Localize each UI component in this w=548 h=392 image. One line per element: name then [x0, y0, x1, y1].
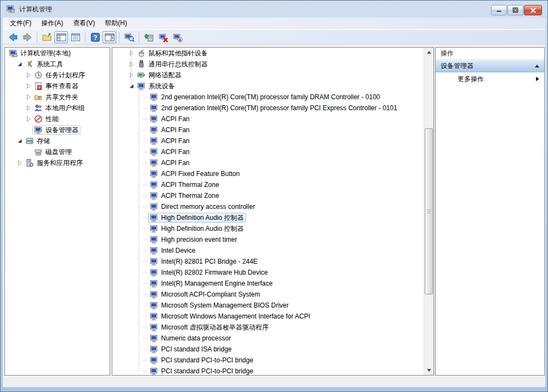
expand-expander-icon[interactable]: [25, 71, 32, 79]
expand-expander-icon[interactable]: [25, 104, 32, 112]
device-tree-item[interactable]: PCI standard ISA bridge: [112, 344, 424, 355]
uninstall-device-button[interactable]: [156, 31, 170, 43]
tree-item-label: Numeric data processor: [161, 334, 231, 342]
menu-item-4[interactable]: 帮助(H): [100, 17, 132, 30]
menu-item-2[interactable]: 操作(A): [36, 17, 68, 30]
collapse-expander-icon[interactable]: [16, 137, 24, 145]
console-tree-item[interactable]: 事件查看器: [5, 81, 110, 92]
item-content: Microsoft Windows Management Interface f…: [148, 311, 312, 321]
menu-item-1[interactable]: 文件(F): [5, 17, 36, 30]
device-tree-item[interactable]: 网络适配器: [112, 70, 424, 81]
console-tree-item[interactable]: 共享文件夹: [5, 92, 110, 103]
scan-hardware-button[interactable]: [122, 31, 136, 43]
close-button[interactable]: [524, 5, 542, 15]
item-content: 系统工具: [24, 59, 65, 69]
expand-expander-icon[interactable]: [25, 93, 32, 101]
device-tree-item[interactable]: ACPI Fan: [112, 124, 424, 135]
item-content: 网络适配器: [135, 70, 184, 80]
folder-up-button[interactable]: [40, 31, 54, 43]
shared-folders-icon: [34, 93, 43, 101]
update-driver-button[interactable]: [142, 31, 156, 43]
help-button[interactable]: ?: [88, 31, 102, 43]
action-pane-button[interactable]: [102, 31, 116, 43]
console-tree-item[interactable]: 系统工具: [5, 59, 110, 70]
device-tree-item[interactable]: Direct memory access controller: [112, 201, 424, 212]
device-tree-item[interactable]: PCI standard PCI-to-PCI bridge: [112, 366, 424, 376]
device-tree-item[interactable]: PCI standard PCI-to-PCI bridge: [112, 355, 424, 366]
tree-connector: [143, 218, 147, 218]
tree-item-label: 事件查看器: [45, 82, 78, 91]
expand-expander-icon[interactable]: [25, 82, 32, 90]
tree-item-label: ACPI Thermal Zone: [161, 192, 219, 200]
scrollbar-thumb[interactable]: [425, 128, 433, 294]
device-tree-item[interactable]: ACPI Fixed Feature Button: [112, 168, 424, 179]
device-tree-item[interactable]: 系统设备: [112, 81, 424, 92]
console-tree-item[interactable]: 设备管理器: [5, 124, 110, 135]
device-tree-item[interactable]: 鼠标和其他指针设备: [112, 48, 424, 59]
expand-expander-icon[interactable]: [25, 115, 32, 123]
console-tree-item[interactable]: 磁盘管理: [5, 146, 110, 157]
expand-expander-icon[interactable]: [128, 60, 135, 68]
device-tree-panel: 鼠标和其他指针设备通用串行总线控制器网络适配器系统设备2nd generatio…: [112, 47, 434, 376]
toolbar-separator: [139, 32, 139, 43]
item-content: ACPI Thermal Zone: [148, 191, 221, 201]
minimize-button[interactable]: [491, 5, 507, 15]
console-tree-item[interactable]: 服务和应用程序: [5, 157, 110, 168]
console-tree-item[interactable]: 任务计划程序: [5, 70, 110, 81]
device-tree-item[interactable]: ACPI Fan: [112, 146, 424, 157]
device-tree-item[interactable]: Intel(R) Management Engine Interface: [112, 278, 424, 289]
more-actions-label: 更多操作: [458, 75, 484, 84]
export-list-button[interactable]: [68, 31, 82, 43]
tree-connector: [143, 305, 147, 306]
collapse-expander-icon[interactable]: [128, 82, 135, 90]
system-device-icon: [150, 137, 158, 145]
device-tree-item[interactable]: High precision event timer: [112, 234, 424, 245]
system-device-icon: [150, 115, 158, 123]
device-tree-item[interactable]: ACPI Fan: [112, 113, 424, 124]
device-tree-item[interactable]: Numeric data processor: [112, 333, 424, 344]
collapse-expander-icon[interactable]: [16, 60, 24, 68]
device-tree-item[interactable]: 2nd generation Intel(R) Core(TM) process…: [112, 103, 424, 113]
device-tree-item[interactable]: Intel Device: [112, 245, 424, 256]
scroll-up-button[interactable]: [424, 48, 433, 57]
item-content: 事件查看器: [32, 81, 81, 91]
console-tree-item[interactable]: 性能: [5, 113, 110, 124]
expand-expander-icon[interactable]: [128, 71, 135, 79]
device-tree-item[interactable]: Intel(R) 82801 PCI Bridge - 244E: [112, 256, 424, 267]
device-tree-item[interactable]: High Definition Audio 控制器: [112, 212, 424, 223]
console-tree-item[interactable]: 存储: [5, 135, 110, 146]
menu-item-3[interactable]: 查看(V): [68, 17, 100, 30]
device-tree-item[interactable]: 2nd generation Intel(R) Core(TM) process…: [112, 92, 424, 103]
disable-device-icon: [172, 32, 183, 43]
console-tree-item[interactable]: 计算机管理(本地): [5, 48, 110, 59]
expand-expander-icon[interactable]: [16, 159, 24, 167]
console-tree-button[interactable]: [54, 31, 68, 43]
console-tree-item[interactable]: 本地用户和组: [5, 103, 110, 113]
vertical-scrollbar[interactable]: [424, 48, 433, 375]
device-tree-item[interactable]: Microsoft Windows Management Interface f…: [112, 311, 424, 322]
device-tree-item[interactable]: Microsoft ACPI-Compliant System: [112, 289, 424, 300]
tree-connector: [143, 108, 147, 109]
actions-section-header[interactable]: 设备管理器: [436, 60, 544, 72]
device-tree-item[interactable]: Microsoft System Management BIOS Driver: [112, 300, 424, 311]
device-tree-item[interactable]: ACPI Thermal Zone: [112, 179, 424, 190]
scroll-down-button[interactable]: [424, 366, 433, 375]
forward-button[interactable]: [20, 31, 34, 43]
device-tree-item[interactable]: 通用串行总线控制器: [112, 59, 424, 70]
device-tree-item[interactable]: ACPI Thermal Zone: [112, 190, 424, 201]
maximize-button[interactable]: [507, 5, 523, 15]
device-tree-item[interactable]: High Definition Audio 控制器: [112, 223, 424, 234]
tree-item-label: ACPI Fan: [161, 126, 190, 134]
disable-device-button[interactable]: [170, 31, 184, 43]
more-actions-item[interactable]: 更多操作: [436, 72, 544, 86]
chevron-up-icon[interactable]: [535, 65, 539, 67]
device-tree-item[interactable]: Microsoft 虚拟驱动器枚举器驱动程序: [112, 322, 424, 333]
device-tree-item[interactable]: ACPI Fan: [112, 135, 424, 146]
menu-bar: 文件(F)操作(A)查看(V)帮助(H): [3, 18, 545, 30]
back-button[interactable]: [6, 31, 20, 43]
device-tree-item[interactable]: ACPI Fan: [112, 157, 424, 168]
expand-expander-icon[interactable]: [128, 49, 135, 57]
toolbar-separator: [119, 32, 119, 43]
device-tree-item[interactable]: Intel(R) 82802 Firmware Hub Device: [112, 267, 424, 278]
tree-connector: [143, 251, 147, 251]
